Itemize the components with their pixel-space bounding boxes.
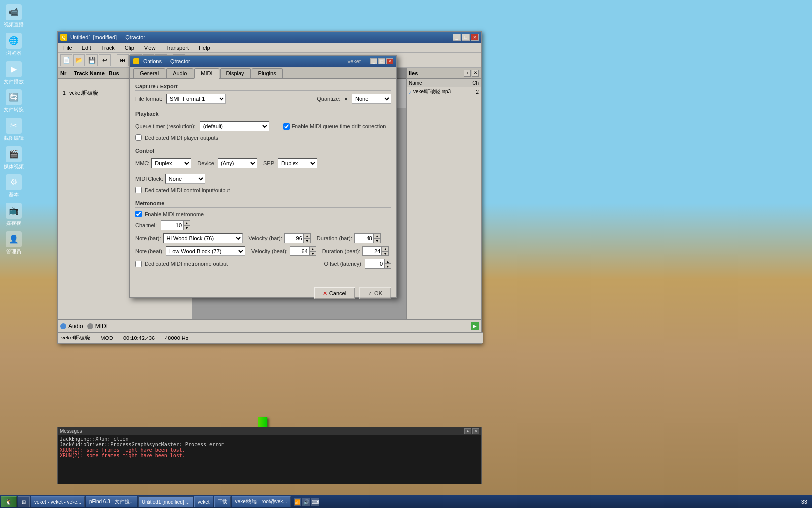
sidebar-item-browser[interactable]: 🌐 浏览器 — [1, 31, 26, 58]
channel-input[interactable] — [161, 220, 183, 230]
close-button[interactable]: ✕ — [471, 34, 479, 41]
tray-volume-icon[interactable]: 🔊 — [302, 498, 310, 506]
messages-close-btn[interactable]: ✕ — [472, 428, 479, 434]
status-time: 00:10:42.436 — [123, 335, 155, 341]
files-close-btn[interactable]: ✕ — [472, 70, 479, 77]
sidebar-item-admin[interactable]: 👤 管理员 — [1, 229, 26, 256]
dedicated-control-checkbox[interactable] — [135, 187, 142, 193]
minimize-button[interactable]: _ — [453, 34, 461, 41]
dialog-close-btn[interactable]: ✕ — [386, 58, 393, 64]
menu-track[interactable]: Track — [98, 43, 118, 52]
mmc-select[interactable]: Duplex — [151, 158, 191, 168]
menu-edit[interactable]: Edit — [79, 43, 94, 52]
sidebar-item-screenshot[interactable]: ✂ 截图编辑 — [1, 116, 26, 143]
start-button[interactable]: 🐧 — [1, 496, 17, 507]
taskbar-item-1[interactable]: pFind 6.3 - 文件搜... — [86, 496, 137, 507]
enable-metronome-row: Enable MIDI metronome — [135, 211, 391, 217]
queue-timer-select[interactable]: (default) — [200, 121, 269, 131]
transport-rewind-start[interactable]: ⏮ — [117, 54, 129, 66]
menu-transport[interactable]: Transport — [162, 43, 192, 52]
dialog-title-right: veket _ □ ✕ — [348, 58, 393, 64]
audio-tab[interactable]: Audio — [60, 323, 83, 330]
drift-correction-checkbox[interactable] — [283, 123, 290, 130]
dedicated-metro-checkbox[interactable] — [135, 261, 142, 267]
files-add-btn[interactable]: + — [464, 70, 471, 77]
dedicated-metro-label: Dedicated MIDI metronome output — [145, 261, 228, 267]
velocity-bar-label: Velocity (bar): — [249, 235, 282, 241]
sidebar-item-play[interactable]: ▶ 文件播放 — [1, 59, 26, 86]
enable-metronome-checkbox[interactable] — [135, 211, 142, 217]
offset-input[interactable] — [365, 259, 384, 269]
dedicated-metro-row: Dedicated MIDI metronome output — [135, 261, 228, 267]
duration-bar-input[interactable] — [354, 233, 374, 243]
velocity-bar-down[interactable]: ▼ — [304, 238, 311, 243]
taskbar-item-0[interactable]: veket - veket - veke... — [31, 496, 85, 507]
taskbar-item-2[interactable]: Untitled1 [modified] ... — [138, 496, 193, 507]
play-transport-btn[interactable]: ▶ — [471, 322, 479, 330]
save-button[interactable]: 💾 — [86, 54, 98, 66]
menu-file[interactable]: File — [60, 43, 75, 52]
messages-scroll-up[interactable]: ▲ — [464, 428, 471, 434]
tray-network-icon[interactable]: 📶 — [294, 498, 301, 506]
velocity-bar-input[interactable] — [284, 233, 304, 243]
midi-tab[interactable]: MIDI — [87, 323, 108, 330]
quantize-select[interactable]: None — [352, 94, 391, 104]
menu-clip[interactable]: Clip — [122, 43, 137, 52]
device-select[interactable]: (Any) — [218, 158, 257, 168]
offset-down[interactable]: ▼ — [384, 264, 391, 269]
dedicated-control-label: Dedicated MIDI control input/output — [145, 187, 230, 193]
tab-general[interactable]: General — [133, 68, 165, 78]
spp-select[interactable]: Duplex — [278, 158, 317, 168]
taskbar-show-desktop[interactable]: ⊞ — [18, 496, 30, 507]
dedicated-player-label: Dedicated MIDI player outputs — [145, 135, 218, 141]
tab-midi[interactable]: MIDI — [194, 68, 219, 79]
maximize-button[interactable]: □ — [462, 34, 470, 41]
undo-button[interactable]: ↩ — [99, 54, 111, 66]
sidebar-item-convert[interactable]: 🔄 文件转换 — [1, 87, 26, 115]
channel-spinbox-btns: ▲ ▼ — [183, 220, 190, 230]
tray-layout-icon[interactable]: ⌨ — [311, 498, 319, 506]
tab-display[interactable]: Display — [220, 68, 251, 78]
velocity-beat-input[interactable] — [290, 246, 309, 256]
file-row[interactable]: ♪ veket听破晓.mp3 2 — [407, 87, 481, 96]
dialog-minimize-btn[interactable]: _ — [370, 58, 377, 64]
spp-group: SPP: Duplex — [263, 158, 317, 168]
channel-spin-up[interactable]: ▲ — [183, 220, 190, 225]
cancel-button[interactable]: ✕ Cancel — [314, 287, 355, 299]
msg-line-2: XRUN(1): some frames might have been los… — [60, 447, 479, 453]
sidebar-item-video-live[interactable]: 📹 视频直播 — [1, 2, 26, 30]
taskbar-item-4[interactable]: 下载 — [214, 496, 231, 507]
midi-clock-select[interactable]: None — [165, 174, 205, 184]
duration-beat-up[interactable]: ▲ — [382, 246, 389, 251]
tab-audio[interactable]: Audio — [166, 68, 193, 78]
channel-spin-down[interactable]: ▼ — [183, 225, 190, 230]
velocity-bar-up[interactable]: ▲ — [304, 233, 311, 238]
sidebar-item-media2[interactable]: 📺 媒视视 — [1, 201, 26, 228]
tab-plugins[interactable]: Plugins — [252, 68, 283, 78]
offset-up[interactable]: ▲ — [384, 259, 391, 264]
drift-correction-label: Enable MIDI queue time drift correction — [292, 123, 386, 129]
duration-bar-up[interactable]: ▲ — [374, 233, 381, 238]
dedicated-player-checkbox[interactable] — [135, 134, 142, 141]
note-beat-select[interactable]: Low Wood Block (77) — [166, 246, 245, 256]
note-bar-select[interactable]: Hi Wood Block (76) — [163, 233, 243, 243]
new-button[interactable]: 📄 — [60, 54, 72, 66]
menu-view[interactable]: View — [141, 43, 159, 52]
velocity-beat-up[interactable]: ▲ — [309, 246, 316, 251]
duration-bar-down[interactable]: ▼ — [374, 238, 381, 243]
duration-beat-input[interactable] — [362, 246, 382, 256]
open-button[interactable]: 📂 — [73, 54, 85, 66]
status-mod: MOD — [100, 335, 113, 341]
dialog-maximize-btn[interactable]: □ — [378, 58, 385, 64]
velocity-beat-down[interactable]: ▼ — [309, 251, 316, 256]
sidebar-item-basic[interactable]: ⚙ 基本 — [1, 172, 26, 200]
taskbar-item-label: veket - veket - veke... — [34, 499, 81, 505]
duration-beat-down[interactable]: ▼ — [382, 251, 389, 256]
ok-button[interactable]: ✓ OK — [359, 287, 391, 299]
taskbar-item-5[interactable]: veket终端 - root@vek... — [232, 496, 291, 507]
sidebar-item-media[interactable]: 🎬 媒体视频 — [1, 144, 26, 171]
file-format-select[interactable]: SMF Format 1 — [166, 94, 226, 104]
taskbar-item-3[interactable]: veket — [194, 496, 213, 507]
menu-help[interactable]: Help — [196, 43, 213, 52]
menu-bar: File Edit Track Clip View Transport Help — [58, 43, 481, 53]
